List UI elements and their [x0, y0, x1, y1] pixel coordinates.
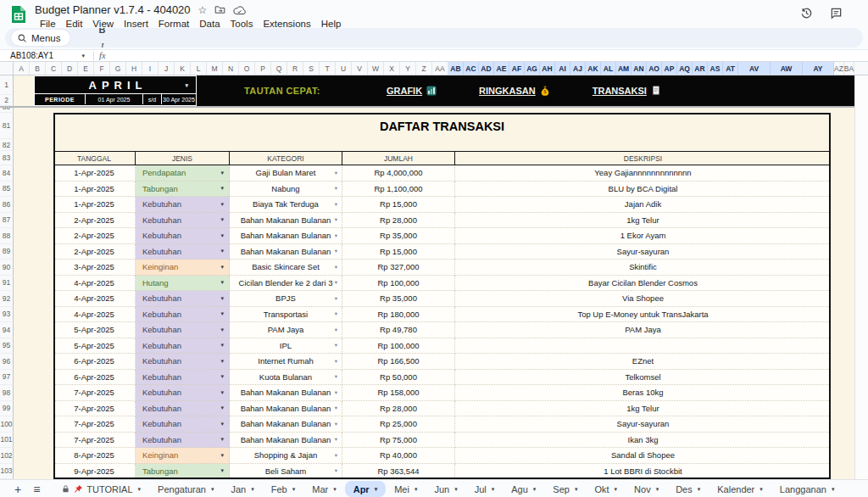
column-header-AF[interactable]: AF [509, 62, 525, 75]
column-header-AR[interactable]: AR [693, 62, 708, 75]
sheet-tab-jan[interactable]: Jan ▾ [222, 481, 262, 497]
all-sheets-icon[interactable]: ≡ [27, 483, 46, 495]
version-history-icon[interactable] [800, 7, 813, 20]
column-header-AP[interactable]: AP [662, 62, 677, 75]
column-header-M[interactable]: M [207, 62, 223, 75]
column-header-AD[interactable]: AD [479, 62, 494, 75]
cell-kategori-dropdown[interactable]: Basic Skincare Set▾ [230, 260, 342, 276]
row-header-2[interactable]: 2 [0, 95, 14, 106]
cell-jumlah[interactable]: Rp 15,000 [342, 197, 455, 213]
cell-jumlah[interactable]: Rp 158,000 [342, 385, 455, 401]
cell-kategori-dropdown[interactable]: Transportasi▾ [230, 307, 342, 323]
sheet-tab-sep[interactable]: Sep ▾ [544, 481, 586, 497]
cell-kategori-dropdown[interactable]: Gaji Bulan Maret▾ [230, 165, 342, 181]
row-header-98[interactable]: 98 [0, 385, 14, 401]
cell-jumlah[interactable]: Rp 15,000 [342, 244, 455, 260]
column-header-AZ[interactable]: AZ [834, 62, 844, 75]
cell-jenis-dropdown[interactable]: Kebutuhan▾ [136, 228, 230, 244]
cell-tanggal[interactable]: 6-Apr-2025 [53, 370, 136, 386]
menu-format[interactable]: Format [153, 19, 194, 29]
cell-deskripsi[interactable]: Yeay Gajiannnnnnnnnnnnn [455, 165, 831, 181]
cell-jenis-dropdown[interactable]: Kebutuhan▾ [136, 244, 230, 260]
cell-jumlah[interactable]: Rp 49,780 [342, 322, 455, 338]
cell-jenis-dropdown[interactable]: Kebutuhan▾ [136, 213, 230, 229]
cell-tanggal[interactable]: 1-Apr-2025 [53, 181, 136, 198]
cell-kategori-dropdown[interactable]: IPL▾ [230, 338, 342, 355]
column-header-AT[interactable]: AT [723, 62, 738, 75]
comments-icon[interactable] [830, 7, 843, 20]
cell-jumlah[interactable]: Rp 35,000 [342, 228, 455, 244]
column-header-C[interactable]: C [46, 62, 62, 75]
row-header-97[interactable]: 97 [0, 370, 14, 386]
document-title[interactable]: Budget Planner v1.7.4 - 404020 [35, 3, 191, 16]
cell-jenis-dropdown[interactable]: Tabungan▾ [136, 181, 230, 198]
column-header-J[interactable]: J [159, 62, 175, 75]
quick-link-transaksi[interactable]: TRANSAKSI [593, 86, 661, 96]
cell-kategori-dropdown[interactable]: Shopping & Jajan▾ [230, 448, 342, 464]
cell-kategori-dropdown[interactable]: Biaya Tak Terduga▾ [230, 197, 342, 213]
select-all-corner[interactable] [0, 62, 14, 75]
cell-tanggal[interactable]: 6-Apr-2025 [53, 354, 136, 370]
column-header-AI[interactable]: AI [555, 62, 570, 75]
sheet-tab-pengaturan[interactable]: Pengaturan ▾ [149, 481, 222, 497]
column-header-AG[interactable]: AG [525, 62, 540, 75]
quick-link-grafik[interactable]: GRAFIK [387, 86, 437, 96]
cloud-check-icon[interactable] [233, 5, 246, 15]
row-header-101[interactable]: 101 [0, 433, 14, 449]
column-header-BA[interactable]: BA [844, 62, 854, 75]
cell-kategori-dropdown[interactable]: Bahan Makanan Bulanan▾ [230, 228, 342, 244]
cell-jenis-dropdown[interactable]: Kebutuhan▾ [136, 197, 230, 213]
column-header-X[interactable]: X [384, 62, 400, 75]
cell-jumlah[interactable]: Rp 28,000 [342, 213, 455, 229]
cell-deskripsi[interactable]: Ikan 3kg [455, 433, 831, 449]
column-header-U[interactable]: U [336, 62, 352, 75]
menu-edit[interactable]: Edit [61, 19, 88, 29]
cell-jenis-dropdown[interactable]: Kebutuhan▾ [136, 370, 230, 386]
column-header-AW[interactable]: AW [771, 62, 803, 75]
row-header-86[interactable]: 86 [0, 197, 14, 213]
cell-jenis-dropdown[interactable]: Tabungan▾ [136, 464, 230, 480]
vertical-scrollbar[interactable] [854, 75, 868, 479]
sheet-tab-jul[interactable]: Jul ▾ [466, 481, 504, 497]
cell-jenis-dropdown[interactable]: Kebutuhan▾ [136, 433, 230, 449]
search-menus-button[interactable]: Menus [11, 30, 70, 46]
column-header-N[interactable]: N [223, 62, 239, 75]
cell-tanggal[interactable]: 3-Apr-2025 [53, 260, 136, 276]
cell-tanggal[interactable]: 1-Apr-2025 [53, 165, 136, 181]
column-header-AN[interactable]: AN [632, 62, 647, 75]
column-header-E[interactable]: E [78, 62, 94, 75]
column-header-AB[interactable]: AB [448, 62, 464, 75]
row-header-103[interactable]: 103 [0, 464, 14, 480]
sheet-tab-kalender[interactable]: Kalender ▾ [709, 481, 771, 497]
cell-deskripsi[interactable]: Beras 10kg [455, 385, 831, 401]
row-header-99[interactable]: 99 [0, 401, 14, 417]
cell-tanggal[interactable]: 1-Apr-2025 [53, 197, 136, 213]
column-header-H[interactable]: H [126, 62, 142, 75]
cell-jenis-dropdown[interactable]: Kebutuhan▾ [136, 338, 230, 355]
cell-jenis-dropdown[interactable]: Kebutuhan▾ [136, 401, 230, 417]
header-jumlah[interactable]: JUMLAH [342, 151, 455, 165]
sheet-tab-langganan[interactable]: Langganan ▾ [771, 481, 843, 497]
cell-jenis-dropdown[interactable]: Kebutuhan▾ [136, 307, 230, 323]
name-box[interactable]: AB108:AY1 ▾ [0, 50, 88, 61]
row-header-92[interactable]: 92 [0, 291, 14, 307]
cell-tanggal[interactable]: 8-Apr-2025 [53, 448, 136, 464]
cell-jumlah[interactable]: Rp 28,000 [342, 401, 455, 417]
folder-move-icon[interactable] [214, 4, 225, 15]
periode-start-date[interactable]: 01 Apr 2025 [86, 94, 143, 104]
column-header-G[interactable]: G [110, 62, 126, 75]
cell-jumlah[interactable]: Rp 25,000 [342, 416, 455, 433]
row-header-96[interactable]: 96 [0, 354, 14, 370]
cell-kategori-dropdown[interactable]: Bahan Makanan Bulanan▾ [230, 433, 342, 449]
cell-tanggal[interactable]: 4-Apr-2025 [53, 276, 136, 292]
cell-jumlah[interactable]: Rp 40,000 [342, 448, 455, 464]
cell-deskripsi[interactable]: Telkomsel [455, 370, 831, 386]
column-header-AQ[interactable]: AQ [677, 62, 693, 75]
cell-tanggal[interactable]: 7-Apr-2025 [53, 401, 136, 417]
menu-insert[interactable]: Insert [119, 19, 153, 29]
row-header-85[interactable]: 85 [0, 181, 14, 198]
menu-data[interactable]: Data [194, 19, 225, 29]
column-header-P[interactable]: P [255, 62, 271, 75]
cell-kategori-dropdown[interactable]: Bahan Makanan Bulanan▾ [230, 416, 342, 433]
cell-deskripsi[interactable]: Top Up E-Money untuk TransJakarta [455, 307, 831, 323]
